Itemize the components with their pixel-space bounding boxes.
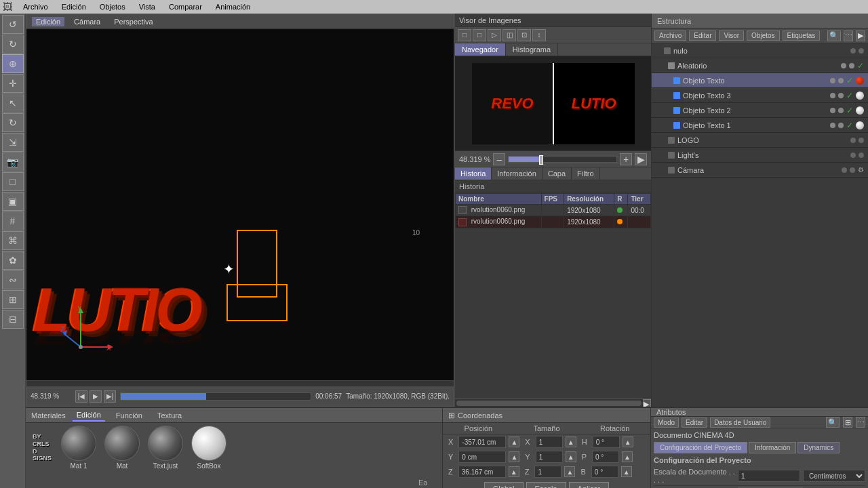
mat-tab-edicion[interactable]: Edición <box>73 409 105 422</box>
aplicar-btn[interactable]: Aplicar <box>569 482 610 488</box>
h-rot-up[interactable]: ▲ <box>623 436 633 447</box>
play-btn[interactable]: ▶ <box>90 390 102 403</box>
z-pos-up[interactable]: ▲ <box>509 466 519 477</box>
img-tool-3[interactable]: ▷ <box>488 29 501 41</box>
escala-unit[interactable]: Centímetros <box>803 470 865 482</box>
mat-tab-funcion[interactable]: Función <box>112 410 146 421</box>
img-preview-area[interactable]: REVO LUTIO <box>455 56 651 151</box>
img-tool-4[interactable]: ◫ <box>502 29 516 41</box>
timeline-progress[interactable] <box>120 392 311 401</box>
attr-tab-config[interactable]: Configuración del Proyecto <box>654 442 747 453</box>
tab-informacion[interactable]: Información <box>492 167 542 180</box>
y-pos-input[interactable] <box>458 451 506 463</box>
timeline-scroll[interactable] <box>26 380 454 386</box>
b-rot-input[interactable] <box>591 466 618 478</box>
img-tool-1[interactable]: □ <box>458 29 471 41</box>
struct-options-btn[interactable]: ⋯ <box>844 30 853 41</box>
menu-objetos[interactable]: Objetos <box>97 3 128 11</box>
tool-undo[interactable]: ↺ <box>2 15 24 34</box>
obj-lights[interactable]: Light's <box>652 148 868 163</box>
struct-search-btn[interactable]: 🔍 <box>827 30 841 41</box>
tool-select[interactable]: ⊕ <box>2 54 24 73</box>
tool-nurbs[interactable]: # <box>2 211 24 230</box>
struct-tool-etiquetas[interactable]: Etiquetas <box>783 30 821 41</box>
tool-hair[interactable]: ∾ <box>2 270 24 289</box>
p-rot-up[interactable]: ▲ <box>622 451 633 462</box>
obj-camera[interactable]: Cámara ⚙ <box>652 163 868 178</box>
tool-scale[interactable]: ⇲ <box>2 133 24 152</box>
zoom-minus-btn[interactable]: – <box>493 153 505 165</box>
tool-primitives[interactable]: ▣ <box>2 192 24 211</box>
zoom-plus-btn[interactable]: + <box>620 153 632 165</box>
attrs-options2[interactable]: ⋯ <box>856 417 865 428</box>
menu-comparar[interactable]: Comparar <box>166 3 205 11</box>
x-pos-input[interactable] <box>458 436 506 448</box>
tool-dynamics[interactable]: ⊟ <box>2 310 24 329</box>
mat-item-3[interactable]: Text.just <box>145 426 186 470</box>
struct-more-btn[interactable]: ▶ <box>856 30 865 41</box>
struct-tool-editar[interactable]: Editar <box>689 30 716 41</box>
img-tool-6[interactable]: ↕ <box>532 29 546 41</box>
tool-xpresso[interactable]: ✿ <box>2 251 24 270</box>
history-row-2[interactable]: rvolution0060.png 1920x1080 <box>456 216 651 228</box>
tab-historia[interactable]: Historia <box>455 167 492 180</box>
escala-value[interactable] <box>738 470 800 482</box>
tool-cursor[interactable]: ↖ <box>2 94 24 113</box>
mat-item-1[interactable]: Mat 1 <box>58 426 99 470</box>
menu-archivo[interactable]: Archivo <box>20 3 51 11</box>
obj-texto3[interactable]: Objeto Texto 3 ✓ <box>652 88 868 103</box>
history-row-1[interactable]: rvolution0060.png 1920x1080 00:0 <box>456 205 651 216</box>
y-size-up[interactable]: ▲ <box>566 451 576 462</box>
z-size-input[interactable] <box>534 466 561 478</box>
zoom-thumb[interactable] <box>539 155 543 165</box>
dynamics-btn[interactable]: Dynamics <box>797 442 840 453</box>
tool-camera[interactable]: 📷 <box>2 152 24 171</box>
tab-navegador[interactable]: Navegador <box>455 43 506 56</box>
global-btn[interactable]: Global <box>484 482 524 488</box>
struct-tool-archivo[interactable]: Archivo <box>654 30 686 41</box>
tool-move[interactable]: ✛ <box>2 74 24 93</box>
next-frame-btn[interactable]: ▶| <box>104 390 116 403</box>
z-pos-input[interactable] <box>458 466 506 478</box>
hscroll-right-btn[interactable]: ▶ <box>643 399 651 407</box>
mat-item-2[interactable]: Mat <box>102 426 142 470</box>
attr-tab-info[interactable]: Información <box>749 442 796 453</box>
h-rot-input[interactable] <box>593 436 620 448</box>
img-tool-5[interactable]: ⊡ <box>517 29 531 41</box>
attrs-options1[interactable]: ⊞ <box>843 417 852 428</box>
struct-tool-objetos[interactable]: Objetos <box>747 30 779 41</box>
obj-texto1[interactable]: Objeto Texto 1 ✓ <box>652 118 868 133</box>
struct-tool-visor[interactable]: Visor <box>719 30 744 41</box>
obj-texto2[interactable]: Objeto Texto 2 ✓ <box>652 103 868 118</box>
img-hscroll[interactable]: ▶ <box>455 399 651 407</box>
attrs-editar[interactable]: Editar <box>682 418 707 428</box>
hscroll-bar[interactable] <box>456 401 642 406</box>
tool-mograph[interactable]: ⊞ <box>2 290 24 309</box>
tab-filtro[interactable]: Filtro <box>572 167 599 180</box>
x-size-input[interactable] <box>536 436 563 448</box>
zoom-play-btn[interactable]: ▶ <box>635 153 647 165</box>
obj-nulo[interactable]: nulo <box>652 43 868 58</box>
x-pos-up[interactable]: ▲ <box>509 436 519 447</box>
z-size-up[interactable]: ▲ <box>564 466 575 477</box>
viewport-canvas[interactable]: LUTIO LUTIO ✦ <box>26 29 454 386</box>
menu-vista[interactable]: Vista <box>136 3 158 11</box>
mat-item-4[interactable]: SoftBox <box>189 426 229 470</box>
prev-frame-btn[interactable]: |◀ <box>75 390 87 403</box>
escala-btn[interactable]: Escala <box>526 482 566 488</box>
y-size-input[interactable] <box>536 451 563 463</box>
obj-aleatorio[interactable]: Aleatorio ✓ <box>652 58 868 73</box>
b-rot-up[interactable]: ▲ <box>621 466 632 477</box>
obj-texto[interactable]: Objeto Texto ✓ <box>652 73 868 88</box>
p-rot-input[interactable] <box>592 451 619 463</box>
img-tool-2[interactable]: □ <box>473 29 486 41</box>
menu-animacion[interactable]: Animación <box>213 3 253 11</box>
tool-rotate[interactable]: ↻ <box>2 113 24 132</box>
attrs-datos[interactable]: Datos de Usuario <box>710 418 770 428</box>
attrs-modo[interactable]: Modo <box>654 418 679 428</box>
tool-shapes[interactable]: □ <box>2 172 24 191</box>
obj-logo[interactable]: LOGO <box>652 133 868 148</box>
x-size-up[interactable]: ▲ <box>566 436 576 447</box>
tab-histograma[interactable]: Histograma <box>506 43 558 56</box>
tool-deformers[interactable]: ⌘ <box>2 231 24 250</box>
